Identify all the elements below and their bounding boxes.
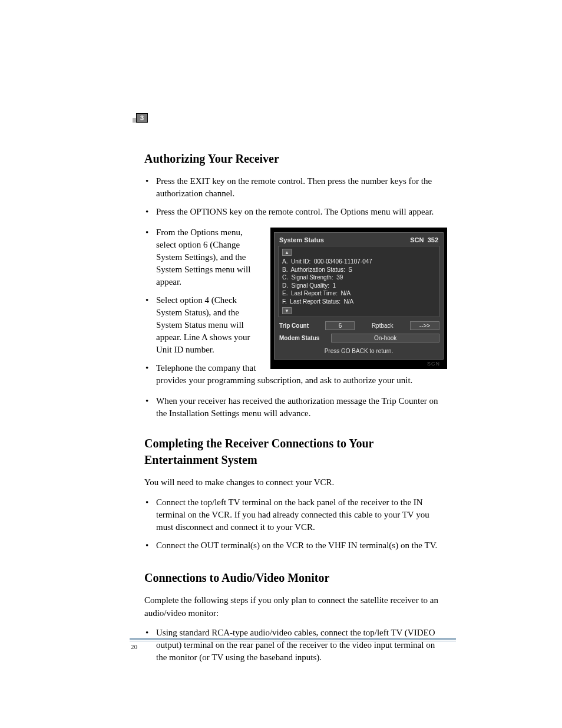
bullet-list-2: Connect the top/left TV terminal on the … bbox=[144, 496, 447, 552]
section-heading-authorizing: Authorizing Your Receiver bbox=[144, 150, 447, 167]
chapter-tab: 3 bbox=[133, 113, 148, 123]
page-rule bbox=[130, 638, 456, 640]
bullet-list-3: Using standard RCA-type audio/video cabl… bbox=[144, 627, 447, 664]
list-item: Connect the top/left TV terminal on the … bbox=[144, 496, 447, 533]
bullet-list-1c: When your receiver has received the auth… bbox=[144, 395, 447, 420]
list-item: Select option 4 (Check System Status), a… bbox=[144, 294, 447, 356]
list-item: Telephone the company that provides your… bbox=[144, 362, 447, 387]
bullet-list-1b: From the Options menu, select option 6 (… bbox=[144, 226, 447, 387]
section3-intro: Complete the following steps if you only… bbox=[144, 594, 447, 620]
list-item: Connect the OUT terminal(s) on the VCR t… bbox=[144, 539, 447, 552]
bullet-list-1a: Press the EXIT key on the remote control… bbox=[144, 175, 447, 218]
list-item: Press the OPTIONS key on the remote cont… bbox=[144, 206, 447, 218]
page-number: 20 bbox=[131, 643, 137, 650]
list-item: Press the EXIT key on the remote control… bbox=[144, 175, 447, 200]
chapter-number-box: 3 bbox=[136, 113, 148, 123]
list-item: When your receiver has received the auth… bbox=[144, 395, 447, 420]
section2-intro: You will need to make changes to connect… bbox=[144, 476, 447, 489]
page: 3 Authorizing Your Receiver Press the EX… bbox=[0, 0, 562, 728]
list-item: From the Options menu, select option 6 (… bbox=[144, 226, 447, 288]
section-heading-connections-av: Connections to Audio/Video Monitor bbox=[144, 569, 447, 586]
section-heading-completing: Completing the Receiver Connections to Y… bbox=[144, 435, 447, 468]
list-item: Using standard RCA-type audio/video cabl… bbox=[144, 627, 447, 664]
